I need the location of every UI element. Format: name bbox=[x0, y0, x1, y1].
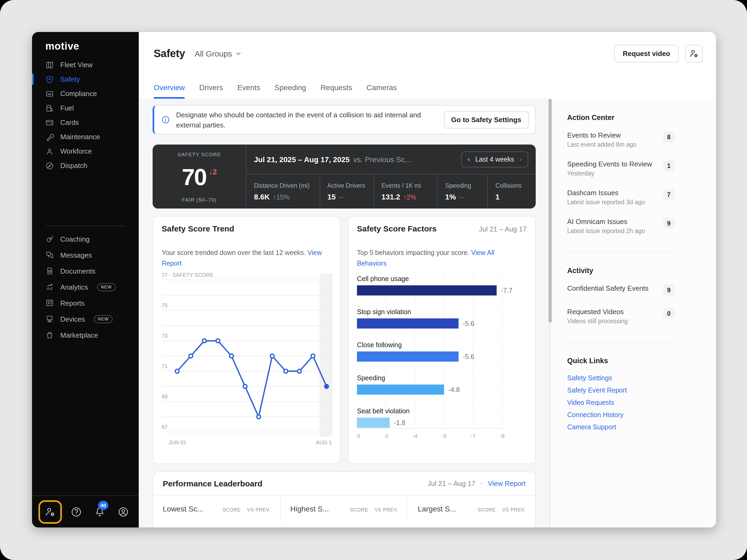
factor-bar-stop-sign-violation bbox=[357, 318, 459, 328]
panel-item-title: Speeding Events to Review bbox=[567, 160, 659, 168]
panel-item-events-to-review[interactable]: Events to ReviewLast event added 8m ago8 bbox=[567, 131, 674, 148]
panel-item-title: Confidential Safety Events bbox=[567, 284, 659, 292]
app-window: motive Fleet ViewSafetyComplianceFuelCar… bbox=[32, 32, 716, 528]
panel-item-speeding-events-to-review[interactable]: Speeding Events to ReviewYesterday1 bbox=[567, 160, 674, 177]
sidebar-item-fuel[interactable]: Fuel bbox=[32, 101, 139, 115]
sidebar-item-documents[interactable]: Documents bbox=[32, 263, 139, 279]
sidebar-item-compliance[interactable]: Compliance bbox=[32, 86, 139, 101]
period-selector-button[interactable]: ‹ Last 4 weeks › bbox=[461, 151, 528, 167]
tab-cameras[interactable]: Cameras bbox=[366, 83, 397, 99]
score-stats-row: Distance Driven (mi)8.6K↑15%Active Drive… bbox=[247, 175, 536, 209]
content-scrollbar-thumb[interactable] bbox=[548, 99, 552, 323]
panel-item-subtitle: Yesterday bbox=[567, 170, 659, 177]
tab-speeding[interactable]: Speeding bbox=[275, 83, 306, 99]
content-area: Designate who should be contacted in the… bbox=[139, 99, 549, 528]
chat-icon bbox=[45, 251, 54, 259]
chevron-left-icon[interactable]: ‹ bbox=[468, 155, 470, 163]
svg-text:-2: -2 bbox=[383, 433, 388, 439]
panel-item-dashcam-issues[interactable]: Dashcam IssuesLatest issue reported 3d a… bbox=[567, 189, 674, 205]
leaderboard-view-report-link[interactable]: View Report bbox=[488, 479, 525, 487]
quick-link-safety-event-report[interactable]: Safety Event Report bbox=[567, 387, 674, 394]
count-badge: 9 bbox=[663, 218, 674, 229]
trend-point bbox=[243, 384, 247, 388]
sidebar-item-reports[interactable]: Reports bbox=[32, 295, 139, 311]
sidebar-item-coaching[interactable]: Coaching bbox=[32, 231, 139, 247]
safety-score-value: 70 bbox=[182, 165, 206, 189]
trend-point bbox=[311, 354, 315, 358]
quick-link-video-requests[interactable]: Video Requests bbox=[567, 399, 674, 406]
svg-text:JUN 01: JUN 01 bbox=[169, 439, 186, 445]
svg-text:Seat belt violation: Seat belt violation bbox=[357, 407, 410, 415]
quick-link-camera-support[interactable]: Camera Support bbox=[567, 424, 674, 431]
panel-item-ai-omnicam-issues[interactable]: AI Omnicam IssuesLatest issue reported 2… bbox=[567, 218, 674, 234]
stat-label: Collisions bbox=[495, 182, 528, 189]
safety-score-label: SAFETY SCORE bbox=[177, 152, 221, 157]
svg-text:71: 71 bbox=[162, 363, 168, 369]
quick-link-safety-settings[interactable]: Safety Settings bbox=[567, 374, 674, 382]
svg-text:Cell phone usage: Cell phone usage bbox=[357, 275, 409, 283]
factors-subtitle-text: Top 5 behaviors impacting your score. bbox=[357, 249, 469, 257]
notifications-button[interactable]: 40 bbox=[94, 506, 106, 517]
tab-events[interactable]: Events bbox=[237, 83, 260, 99]
group-selector[interactable]: All Groups bbox=[195, 49, 242, 58]
factors-chart-container: 0-2-4-5-7-8Cell phone usage-7.7Stop sign… bbox=[357, 272, 526, 444]
leaderboard-column-1: Lowest Sc...SCOREVS PREV. bbox=[153, 496, 280, 522]
tab-overview[interactable]: Overview bbox=[154, 83, 185, 99]
stat-value: 8.6K bbox=[254, 192, 270, 201]
score-column-header: SCORE bbox=[350, 507, 368, 512]
trend-point bbox=[175, 369, 179, 373]
sidebar-item-label: Workforce bbox=[60, 147, 92, 155]
trend-card-title: Safety Score Trend bbox=[162, 224, 234, 233]
sidebar-item-analytics[interactable]: AnalyticsNEW bbox=[32, 279, 139, 295]
quick-link-connection-history[interactable]: Connection History bbox=[567, 411, 674, 419]
tab-drivers[interactable]: Drivers bbox=[199, 83, 223, 99]
sidebar-item-maintenance[interactable]: Maintenance bbox=[32, 130, 139, 144]
trend-point bbox=[298, 369, 301, 373]
tab-bar: OverviewDriversEventsSpeedingRequestsCam… bbox=[154, 83, 397, 99]
help-button[interactable] bbox=[71, 506, 82, 517]
stat-value-row: 1 bbox=[495, 192, 528, 201]
panel-item-subtitle: Last event added 8m ago bbox=[567, 141, 659, 148]
sidebar-item-workforce[interactable]: Workforce bbox=[32, 144, 139, 158]
svg-text:-5: -5 bbox=[441, 433, 446, 439]
panel-item-requested-videos[interactable]: Requested VideosVideos still processing0 bbox=[567, 308, 674, 324]
sidebar-item-dispatch[interactable]: Dispatch bbox=[32, 158, 139, 173]
panel-item-confidential-safety-events[interactable]: Confidential Safety Events9 bbox=[567, 284, 674, 295]
go-to-safety-settings-button[interactable]: Go to Safety Settings bbox=[444, 111, 529, 129]
account-button[interactable] bbox=[118, 506, 129, 517]
trend-point bbox=[257, 415, 260, 419]
device-icon bbox=[45, 315, 54, 323]
trend-chart-container: 77 - SAFETY SCORE7573716967JUN 01AUG 1 bbox=[162, 272, 331, 450]
tab-requests[interactable]: Requests bbox=[320, 83, 352, 99]
score-stat-speeding: Speeding1%-- bbox=[437, 175, 487, 209]
factors-card-date: Jul 21 – Aug 17 bbox=[479, 225, 526, 233]
leaderboard-column-name: Lowest Sc... bbox=[163, 505, 216, 513]
sidebar-item-label: Devices bbox=[60, 315, 85, 323]
factor-bar-seat-belt-violation bbox=[357, 418, 389, 428]
stat-label: Distance Driven (mi) bbox=[254, 182, 312, 189]
sidebar-item-label: Fleet View bbox=[60, 61, 93, 69]
sidebar-item-cards[interactable]: Cards bbox=[32, 115, 139, 130]
sidebar-item-fleet-view[interactable]: Fleet View bbox=[32, 58, 139, 72]
desktop-background: motive Fleet ViewSafetyComplianceFuelCar… bbox=[0, 0, 747, 560]
score-stat-events-1k-mi: Events / 1K mi131.2↑2% bbox=[374, 175, 437, 209]
request-video-button[interactable]: Request video bbox=[614, 45, 679, 62]
question-icon bbox=[71, 506, 82, 517]
stat-value-row: 131.2↑2% bbox=[382, 192, 430, 201]
panel-divider bbox=[567, 252, 674, 253]
svg-text:-1.8: -1.8 bbox=[394, 419, 405, 426]
stat-delta: ↑2% bbox=[403, 193, 416, 201]
user-settings-button[interactable] bbox=[685, 45, 703, 62]
motive-logo: motive bbox=[32, 32, 139, 52]
factor-bar-speeding bbox=[357, 384, 444, 395]
sidebar-item-marketplace[interactable]: Marketplace bbox=[32, 327, 139, 343]
admin-settings-button[interactable] bbox=[44, 506, 56, 517]
safety-score-summary: SAFETY SCORE 70 ↓2 FAIR (50–70) bbox=[153, 144, 247, 209]
sidebar-item-label: Cards bbox=[60, 118, 79, 126]
bag-icon bbox=[45, 331, 54, 339]
sidebar-item-messages[interactable]: Messages bbox=[32, 247, 139, 263]
sidebar-item-devices[interactable]: DevicesNEW bbox=[32, 311, 139, 327]
score-column-header: SCORE bbox=[223, 507, 241, 512]
sidebar-item-safety[interactable]: Safety bbox=[32, 72, 139, 86]
chevron-right-icon[interactable]: › bbox=[519, 155, 522, 163]
